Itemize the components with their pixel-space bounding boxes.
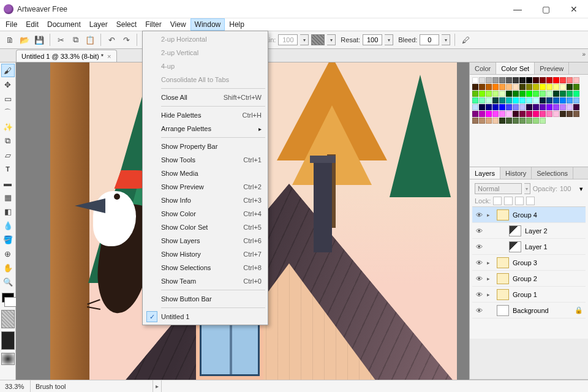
color-swatch[interactable] xyxy=(519,111,526,117)
brush-settings-button[interactable]: 🖊 xyxy=(459,34,472,46)
fill-tool[interactable]: 🪣 xyxy=(1,233,15,246)
color-swatch[interactable] xyxy=(492,118,499,124)
color-swatch[interactable] xyxy=(573,111,579,117)
menu-help[interactable]: Help xyxy=(225,18,249,31)
menu-item-show-team[interactable]: Show TeamCtrl+0 xyxy=(144,274,266,288)
menu-document[interactable]: Document xyxy=(43,18,85,31)
color-swatch[interactable] xyxy=(479,84,485,90)
color-swatch[interactable] xyxy=(526,111,532,117)
selection-tool[interactable]: ▭ xyxy=(1,92,15,105)
bleed-value[interactable]: 0 xyxy=(420,34,439,45)
menu-file[interactable]: File xyxy=(1,18,21,31)
color-swatch[interactable] xyxy=(540,111,546,117)
color-swatch[interactable] xyxy=(486,77,492,83)
zoom-readout[interactable]: 33.3% xyxy=(0,380,31,392)
color-swatch[interactable] xyxy=(499,104,505,110)
color-swatch[interactable] xyxy=(499,84,505,90)
menu-item-show-color[interactable]: Show ColorCtrl+4 xyxy=(144,207,266,221)
color-swatch[interactable] xyxy=(526,97,532,104)
color-swatch[interactable] xyxy=(573,91,579,97)
color-swatch[interactable] xyxy=(540,104,546,110)
visibility-toggle[interactable]: 👁 xyxy=(475,243,483,251)
color-swatch[interactable] xyxy=(506,77,512,83)
color-swatch[interactable] xyxy=(573,77,579,83)
color-swatch[interactable] xyxy=(506,97,512,104)
lock-position-toggle[interactable] xyxy=(515,197,524,205)
color-swatch[interactable] xyxy=(540,77,546,83)
color-swatch[interactable] xyxy=(553,84,559,90)
menu-item-show-layers[interactable]: Show LayersCtrl+6 xyxy=(144,234,266,247)
color-swatch[interactable] xyxy=(526,91,532,97)
visibility-toggle[interactable]: 👁 xyxy=(475,227,483,235)
paste-button[interactable]: 📋 xyxy=(84,34,96,46)
copy-button[interactable]: ⧉ xyxy=(69,34,81,46)
color-swatch[interactable] xyxy=(560,97,566,104)
color-swatch[interactable] xyxy=(519,118,526,124)
brush-tool[interactable]: 🖌 xyxy=(1,64,15,77)
layer-row[interactable]: 👁Layer 1 xyxy=(472,239,586,255)
tab-color-set[interactable]: Color Set xyxy=(496,62,535,74)
undo-button[interactable]: ↶ xyxy=(105,34,118,46)
texture-dropdown[interactable]: ▾ xyxy=(327,34,336,45)
color-swatch[interactable] xyxy=(567,77,573,83)
status-chevron-icon[interactable]: ▸ xyxy=(153,380,162,392)
color-swatch[interactable] xyxy=(540,84,546,90)
color-swatch[interactable] xyxy=(553,77,559,83)
color-swatch[interactable] xyxy=(479,97,485,104)
color-swatch[interactable] xyxy=(573,97,579,104)
layer-row[interactable]: 👁Layer 2 xyxy=(472,223,586,239)
color-swatch[interactable] xyxy=(560,77,566,83)
tab-layers[interactable]: Layers xyxy=(470,167,500,179)
color-swatch[interactable] xyxy=(492,77,499,83)
color-swatch[interactable] xyxy=(546,84,552,90)
color-swatch[interactable] xyxy=(553,104,559,110)
expand-toggle[interactable]: ▸ xyxy=(487,260,493,266)
lock-all-toggle[interactable] xyxy=(526,197,535,205)
expand-toggle[interactable]: ▸ xyxy=(487,276,493,282)
expand-toggle[interactable]: ▸ xyxy=(487,212,493,218)
color-swatch[interactable] xyxy=(567,111,573,117)
resat-dropdown[interactable]: ▾ xyxy=(385,34,393,45)
color-swatch[interactable] xyxy=(573,84,579,90)
menu-item-show-history[interactable]: Show HistoryCtrl+7 xyxy=(144,247,266,261)
cut-button[interactable]: ✂ xyxy=(55,34,67,46)
color-swatch[interactable] xyxy=(560,84,566,90)
color-swatch[interactable] xyxy=(499,118,505,124)
color-swatch[interactable] xyxy=(560,111,566,117)
menu-item-close-all[interactable]: Close AllShift+Ctrl+W xyxy=(144,91,266,104)
menu-item-show-info[interactable]: Show InfoCtrl+3 xyxy=(144,194,266,207)
color-swatch[interactable] xyxy=(486,104,492,110)
color-swatch[interactable] xyxy=(513,104,519,110)
color-swatch[interactable] xyxy=(519,91,526,97)
color-swatch[interactable] xyxy=(506,118,512,124)
menu-view[interactable]: View xyxy=(166,18,190,31)
color-swatch[interactable] xyxy=(533,104,539,110)
move-tool[interactable]: ✥ xyxy=(1,78,15,91)
menu-item-untitled-1[interactable]: ✓Untitled 1 xyxy=(144,310,266,323)
color-swatch[interactable] xyxy=(506,84,512,90)
zoom-tool[interactable]: 🔍 xyxy=(1,275,15,288)
expand-toggle[interactable]: ▸ xyxy=(487,292,493,298)
color-swatch[interactable] xyxy=(506,104,512,110)
color-swatch[interactable] xyxy=(472,111,478,117)
color-swatch[interactable] xyxy=(526,104,532,110)
bleed-dropdown[interactable]: ▾ xyxy=(442,34,450,45)
menu-layer[interactable]: Layer xyxy=(85,18,112,31)
color-swatch[interactable] xyxy=(533,77,539,83)
color-set-grid[interactable] xyxy=(472,77,586,124)
color-swatch[interactable] xyxy=(486,111,492,117)
magic-wand-tool[interactable]: ✨ xyxy=(1,120,15,134)
color-swatch[interactable] xyxy=(540,118,546,124)
color-swatch[interactable] xyxy=(526,77,532,83)
layer-opacity-dropdown[interactable]: ▾ xyxy=(579,185,583,193)
eyedropper-tool[interactable]: 💧 xyxy=(1,219,15,232)
color-swatch[interactable] xyxy=(519,84,526,90)
color-swatch[interactable] xyxy=(519,97,526,104)
hand-tool[interactable]: ✋ xyxy=(1,261,15,274)
menu-item-show-property-bar[interactable]: Show Property Bar xyxy=(144,140,266,153)
save-file-button[interactable]: 💾 xyxy=(33,34,45,46)
color-swatch[interactable] xyxy=(472,77,478,83)
tab-history[interactable]: History xyxy=(500,167,532,179)
gradient-tool[interactable]: ▦ xyxy=(1,190,15,204)
menu-item-show-media[interactable]: Show Media xyxy=(144,167,266,180)
